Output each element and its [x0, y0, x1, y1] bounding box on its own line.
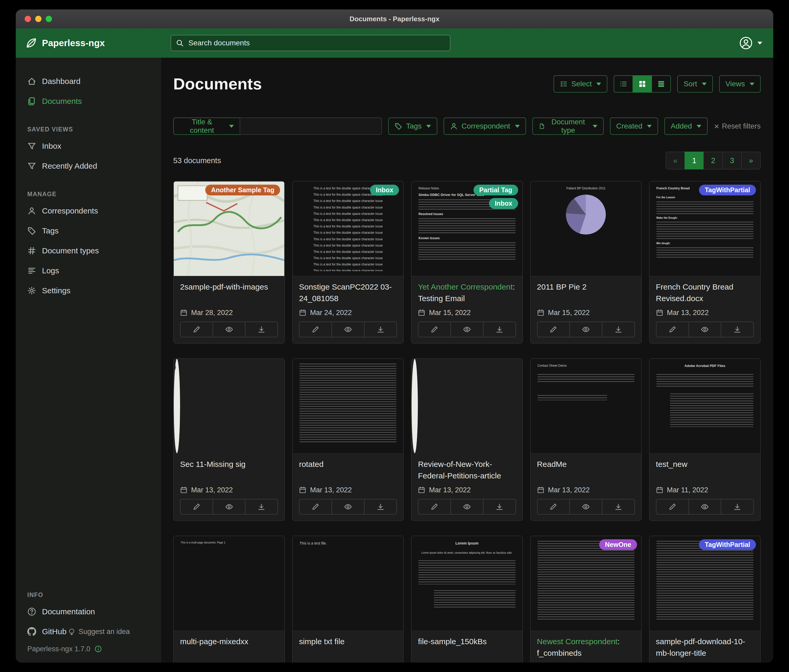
document-thumbnail[interactable]: French Country BreadFor the LeavenMake t… — [650, 182, 760, 277]
document-correspondent-link[interactable]: Yet Another Correspondent — [418, 282, 513, 291]
view-document-button[interactable] — [688, 322, 722, 337]
view-document-button[interactable] — [569, 322, 602, 337]
pagination-next-button[interactable]: » — [741, 151, 761, 169]
download-document-button[interactable] — [721, 499, 754, 514]
document-tag[interactable]: Another Sample Tag — [205, 185, 280, 196]
sort-dropdown-button[interactable]: Sort — [677, 75, 712, 92]
document-title[interactable]: file-sample_150kBs — [418, 636, 516, 659]
zoom-window-button[interactable] — [46, 16, 52, 22]
document-title[interactable]: sample-pdf-download-10-mb-longer-title — [656, 636, 754, 659]
download-document-button[interactable] — [364, 322, 397, 337]
view-document-button[interactable] — [332, 499, 364, 514]
edit-document-button[interactable] — [537, 499, 570, 514]
document-thumbnail[interactable]: Another Sample Tag — [174, 182, 284, 277]
document-thumbnail[interactable]: 1.1. CONTINUING MEDICAL EDUCAAttestation… — [174, 359, 180, 454]
pagination-page-button[interactable]: 2 — [703, 151, 723, 169]
document-thumbnail[interactable]: TagWithPartial — [650, 536, 760, 631]
sidebar-item-documentation[interactable]: Documentation — [16, 602, 161, 622]
document-thumbnail[interactable]: This is a test for the double space char… — [293, 182, 403, 277]
download-document-button[interactable] — [483, 322, 516, 337]
edit-document-button[interactable] — [418, 322, 451, 337]
pagination-page-button[interactable]: 3 — [722, 151, 742, 169]
tags-filter-button[interactable]: Tags — [388, 118, 437, 135]
download-document-button[interactable] — [364, 499, 397, 514]
view-document-button[interactable] — [450, 499, 484, 514]
document-title[interactable]: Sec 11-Missing sig — [180, 459, 278, 482]
pagination-previous-button[interactable]: « — [666, 151, 685, 169]
document-title[interactable]: Newest Correspondent: f_combineds — [537, 636, 635, 659]
download-document-button[interactable] — [721, 322, 754, 337]
document-thumbnail[interactable] — [293, 359, 403, 454]
document-thumbnail[interactable]: Lorem ipsumLorem ipsum dolor sit amet, c… — [412, 536, 522, 631]
sidebar-item-correspondents[interactable]: Correspondents — [16, 201, 161, 221]
view-document-button[interactable] — [688, 499, 722, 514]
download-document-button[interactable] — [602, 322, 635, 337]
document-thumbnail[interactable]: Adobe Acrobat PDF Files — [650, 359, 760, 454]
edit-document-button[interactable] — [180, 322, 213, 337]
edit-document-button[interactable] — [180, 499, 213, 514]
document-thumbnail[interactable]: Release NotesSimba ODBC Driver for SQL S… — [412, 182, 522, 277]
download-document-button[interactable] — [245, 499, 278, 514]
list-view-button[interactable] — [614, 75, 633, 92]
document-title[interactable]: simple txt file — [299, 636, 397, 659]
sidebar-item-dashboard[interactable]: Dashboard — [16, 71, 161, 91]
pagination-page-button[interactable]: 1 — [685, 151, 704, 169]
edit-document-button[interactable] — [299, 322, 332, 337]
detail-view-button[interactable] — [652, 75, 671, 92]
close-window-button[interactable] — [25, 16, 31, 22]
reset-filters-button[interactable]: × Reset filters — [714, 122, 761, 131]
app-logo[interactable]: Paperless-ngx — [16, 37, 171, 49]
document-title[interactable]: Sonstige ScanPC2022 03-24_081058 — [299, 281, 397, 304]
document-title[interactable]: multi-page-mixedxx — [180, 636, 278, 659]
title-content-filter-input[interactable] — [240, 118, 382, 135]
sidebar-item-settings[interactable]: Settings — [16, 281, 161, 301]
sidebar-item-document-types[interactable]: Document types — [16, 241, 161, 261]
user-menu-button[interactable] — [739, 36, 773, 50]
document-thumbnail[interactable]: NewOne — [531, 536, 641, 631]
view-document-button[interactable] — [332, 322, 364, 337]
select-dropdown-button[interactable]: Select — [554, 75, 608, 92]
document-tag[interactable]: TagWithPartial — [699, 185, 756, 196]
title-content-filter-button[interactable]: Title & content — [173, 118, 240, 135]
suggest-idea-link[interactable]: Suggest an idea — [68, 628, 130, 636]
edit-document-button[interactable] — [656, 499, 689, 514]
document-correspondent-link[interactable]: Newest Correspondent — [537, 637, 618, 646]
sidebar-item-inbox[interactable]: Inbox — [16, 136, 161, 156]
download-document-button[interactable] — [245, 322, 278, 337]
document-thumbnail[interactable]: Review of New York Federal Petitions for… — [412, 359, 418, 454]
document-thumbnail[interactable]: Patient BP Distribution 2011 — [531, 182, 641, 277]
sidebar-item-documents[interactable]: Documents — [16, 91, 161, 111]
edit-document-button[interactable] — [418, 499, 451, 514]
document-type-filter-button[interactable]: Document type — [532, 118, 604, 135]
view-document-button[interactable] — [450, 322, 484, 337]
edit-document-button[interactable] — [537, 322, 570, 337]
sidebar-item-logs[interactable]: Logs — [16, 261, 161, 281]
document-tag[interactable]: Inbox — [370, 185, 399, 196]
view-document-button[interactable] — [212, 499, 246, 514]
document-thumbnail[interactable]: Contact Sheet Demo — [531, 359, 641, 454]
sidebar-item-github[interactable]: GitHub — [16, 622, 66, 642]
document-title[interactable]: 2sample-pdf-with-images — [180, 281, 278, 304]
document-title[interactable]: Yet Another Correspondent: Testing Email — [418, 281, 516, 304]
added-filter-button[interactable]: Added — [664, 118, 708, 135]
view-document-button[interactable] — [212, 322, 246, 337]
document-tag[interactable]: TagWithPartial — [174, 362, 176, 373]
sidebar-item-tags[interactable]: Tags — [16, 221, 161, 241]
document-title[interactable]: test_new — [656, 459, 754, 482]
views-dropdown-button[interactable]: Views — [719, 75, 761, 92]
minimize-window-button[interactable] — [35, 16, 42, 22]
document-title[interactable]: 2011 BP Pie 2 — [537, 281, 635, 304]
edit-document-button[interactable] — [299, 499, 332, 514]
info-circle-icon[interactable] — [94, 645, 102, 653]
document-tag[interactable]: NewOne — [599, 539, 637, 550]
grid-view-button[interactable] — [632, 75, 652, 92]
document-tag[interactable]: Inbox — [489, 198, 518, 209]
sidebar-item-recently-added[interactable]: Recently Added — [16, 156, 161, 176]
view-document-button[interactable] — [569, 499, 602, 514]
document-tag[interactable]: TagWithPartial — [699, 539, 756, 550]
download-document-button[interactable] — [483, 499, 516, 514]
download-document-button[interactable] — [602, 499, 635, 514]
search-input[interactable] — [188, 38, 445, 48]
correspondent-filter-button[interactable]: Correspondent — [444, 118, 526, 135]
document-thumbnail[interactable]: This is a multi page document. Page 1. — [174, 536, 284, 631]
